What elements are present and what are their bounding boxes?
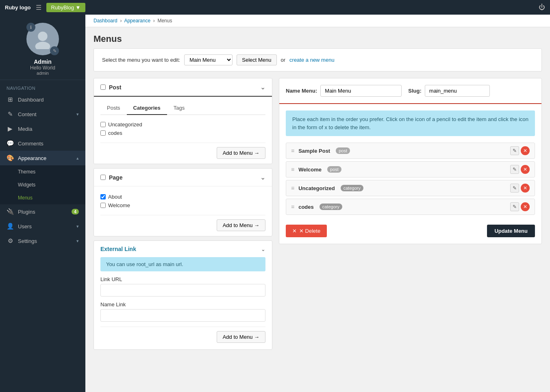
select-menu-label: Select the menu you want to edit: [102, 57, 180, 63]
menu-item-badge: post [327, 166, 341, 173]
external-link-title: External Link [100, 246, 136, 252]
post-checkbox[interactable] [100, 84, 106, 90]
sidebar-item-label: Plugins [18, 209, 35, 215]
page-panel-toggle-icon[interactable]: ⌄ [260, 173, 265, 181]
menu-item-name: Welcome [298, 167, 322, 173]
category-uncategorized[interactable]: Uncategorized [100, 121, 265, 128]
breadcrumb-menus: Menus [157, 18, 172, 24]
menu-slug-input[interactable] [425, 85, 490, 97]
page-panel-title: Page [109, 174, 122, 181]
post-panel-header[interactable]: Post ⌄ [94, 78, 272, 97]
menu-name-label: Name Menu: [286, 88, 317, 94]
menu-slug-label: Slug: [408, 88, 422, 94]
menu-item-codes: ≡ codes category ✎ ✕ [286, 199, 535, 215]
delete-icon: ✕ [292, 228, 297, 234]
menu-item-delete-button[interactable]: ✕ [521, 184, 530, 193]
category-codes[interactable]: codes [100, 130, 265, 136]
sidebar-item-users[interactable]: 👤 Users ▾ [0, 219, 85, 234]
name-link-input[interactable] [100, 309, 265, 322]
power-icon[interactable]: ⏻ [539, 4, 545, 11]
post-add-to-menu-button[interactable]: Add to Menu → [217, 147, 265, 159]
sidebar-item-themes[interactable]: Themes [0, 165, 85, 178]
sidebar-item-label: Media [18, 126, 32, 132]
sidebar-profile: ℹ ✎ Admin Hello World admin [0, 15, 85, 80]
page-title: Menus [85, 27, 550, 48]
menu-item-welcome: ≡ Welcome post ✎ ✕ [286, 161, 535, 178]
page-about[interactable]: About [100, 194, 265, 200]
delete-menu-button[interactable]: ✕ ✕ Delete [286, 225, 327, 237]
menu-item-name: Uncategorized [298, 185, 335, 191]
sidebar-item-comments[interactable]: 💬 Comments [0, 136, 85, 151]
post-panel: Post ⌄ Posts Categories Tags [93, 78, 272, 164]
external-add-to-menu-button[interactable]: Add to Menu → [217, 331, 265, 343]
page-panel-header[interactable]: Page ⌄ [94, 169, 272, 186]
menu-item-delete-button[interactable]: ✕ [521, 165, 530, 174]
sidebar-item-menus[interactable]: Menus [0, 191, 85, 204]
page-panel: Page ⌄ About [93, 168, 272, 236]
menu-editor-footer: ✕ ✕ Delete Update Menu [279, 218, 541, 244]
dashboard-icon: ⊞ [7, 96, 14, 103]
breadcrumb: Dashboard › Appearance › Menus [85, 15, 550, 27]
menu-name-input[interactable] [320, 85, 402, 97]
sidebar-item-content[interactable]: ✎ Content ▾ [0, 107, 85, 121]
menu-item-edit-button[interactable]: ✎ [510, 184, 519, 193]
svg-point-1 [35, 42, 50, 49]
external-link-toggle-icon[interactable]: ⌄ [261, 246, 265, 252]
sidebar-item-label: Menus [18, 195, 33, 201]
menu-editor-header: Name Menu: Slug: [279, 78, 541, 104]
breadcrumb-dashboard[interactable]: Dashboard [93, 18, 117, 24]
post-panel-title: Post [109, 84, 121, 91]
tab-tags[interactable]: Tags [167, 102, 191, 115]
menu-item-edit-button[interactable]: ✎ [510, 202, 519, 211]
svg-point-0 [38, 32, 47, 41]
sidebar-item-label: Dashboard [18, 97, 44, 103]
link-url-input[interactable] [100, 284, 265, 297]
rubyblog-menu[interactable]: RubyBlog ▼ [46, 3, 86, 12]
tab-posts[interactable]: Posts [100, 102, 127, 115]
sidebar-item-label: Themes [18, 169, 35, 175]
post-tab-bar: Posts Categories Tags [100, 102, 265, 115]
menu-item-name: codes [298, 204, 314, 210]
menu-item-delete-button[interactable]: ✕ [521, 202, 530, 211]
external-link-header[interactable]: External Link ⌄ [94, 241, 272, 257]
hamburger-icon[interactable]: ☰ [36, 4, 41, 11]
menu-item-name: Sample Post [298, 148, 330, 154]
page-checkbox[interactable] [100, 175, 106, 180]
sidebar: ℹ ✎ Admin Hello World admin Navigation ⊞… [0, 15, 85, 392]
create-new-menu-link[interactable]: create a new menu [289, 57, 335, 63]
menu-items-list: ≡ Sample Post post ✎ ✕ ≡ [279, 143, 541, 215]
tab-categories[interactable]: Categories [127, 102, 167, 115]
sidebar-item-appearance[interactable]: 🎨 Appearance ▴ [0, 151, 85, 165]
name-link-label: Name Link [100, 301, 265, 308]
menu-select[interactable]: Main Menu [184, 54, 233, 65]
page-welcome[interactable]: Welcome [100, 202, 265, 208]
drag-handle-icon[interactable]: ≡ [291, 147, 294, 154]
external-link-info: You can use root_url as main url. [100, 257, 265, 271]
menu-item-edit-button[interactable]: ✎ [510, 165, 519, 174]
nav-section-label: Navigation [0, 80, 85, 92]
select-menu-button[interactable]: Select Menu [237, 54, 276, 65]
menu-item-delete-button[interactable]: ✕ [521, 146, 530, 155]
content-icon: ✎ [7, 110, 14, 118]
sidebar-item-plugins[interactable]: 🔌 Plugins 4 [0, 204, 85, 219]
drag-handle-icon[interactable]: ≡ [291, 185, 294, 191]
sidebar-item-widgets[interactable]: Widgets [0, 178, 85, 191]
sidebar-item-dashboard[interactable]: ⊞ Dashboard [0, 92, 85, 107]
chevron-up-icon: ▴ [76, 156, 79, 161]
drag-handle-icon[interactable]: ≡ [291, 166, 294, 173]
sidebar-item-settings[interactable]: ⚙ Settings ▾ [0, 234, 85, 248]
breadcrumb-appearance[interactable]: Appearance [124, 18, 150, 24]
page-add-to-menu-button[interactable]: Add to Menu → [217, 219, 265, 231]
sidebar-item-label: Settings [18, 238, 37, 244]
profile-role: admin [37, 71, 49, 76]
sidebar-item-media[interactable]: ▶ Media [0, 121, 85, 136]
media-icon: ▶ [7, 125, 14, 132]
update-menu-button[interactable]: Update Menu [487, 225, 535, 237]
plugins-badge: 4 [72, 209, 79, 214]
post-panel-toggle-icon[interactable]: ⌄ [260, 83, 265, 91]
profile-info-icon[interactable]: ℹ [26, 23, 35, 32]
users-icon: 👤 [7, 223, 14, 230]
drag-handle-icon[interactable]: ≡ [291, 204, 294, 210]
profile-edit-icon[interactable]: ✎ [50, 46, 59, 55]
menu-item-edit-button[interactable]: ✎ [510, 146, 519, 155]
